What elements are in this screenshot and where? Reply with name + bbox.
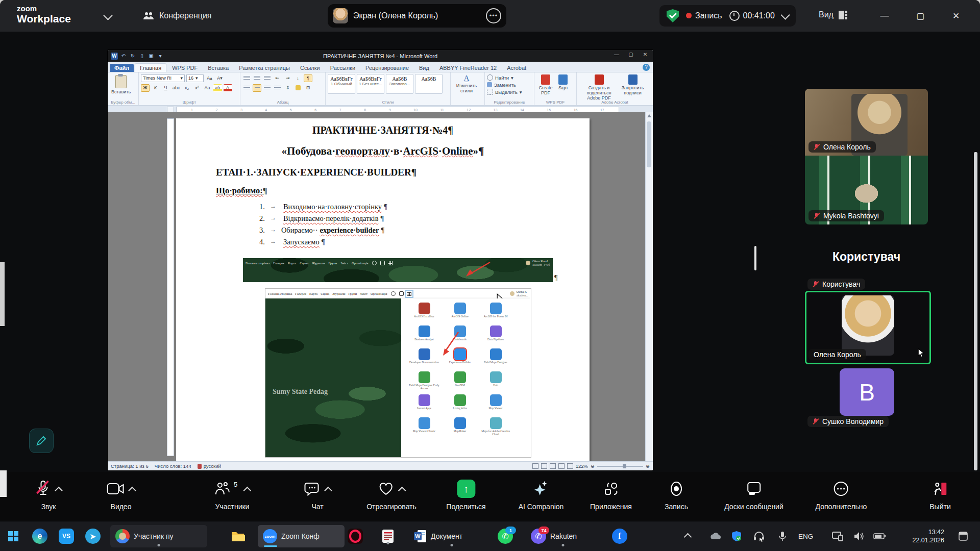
font-size-select[interactable]: 16▾ — [186, 74, 204, 82]
ribbon-tab[interactable]: WPS PDF — [167, 64, 202, 72]
more-button[interactable]: Дополнительно — [816, 478, 867, 511]
mic-tray-icon[interactable] — [775, 521, 790, 551]
font-name-select[interactable]: Times New Ri▾ — [141, 74, 185, 82]
style-card[interactable]: АаБбВвГг 1 Обычный — [328, 74, 355, 94]
facebook-button[interactable]: f — [610, 527, 629, 545]
multilevel-list-icon[interactable] — [263, 74, 272, 82]
vertical-ruler[interactable] — [167, 118, 174, 456]
zoom-out-icon[interactable]: ⊖ — [591, 463, 595, 469]
cast-tray-icon[interactable] — [830, 521, 845, 551]
meeting-info-pill[interactable]: Запись 00:41:00 — [659, 5, 796, 27]
view-fullscreen-icon[interactable] — [541, 463, 547, 469]
scroll-up-icon[interactable] — [647, 114, 651, 117]
share-screen-button[interactable]: ↑ Поделиться — [446, 478, 485, 511]
borders-icon[interactable]: ⊞ — [304, 84, 312, 92]
chat-button[interactable]: Чат — [304, 478, 331, 511]
vscode-button[interactable]: VS — [57, 527, 76, 545]
zoom-window-button[interactable]: zoom Zoom Конф — [258, 525, 345, 547]
react-button[interactable]: Отреагировать — [366, 478, 416, 511]
sort-icon[interactable]: ↓ — [293, 74, 302, 82]
video-tile-mykola[interactable]: Mykola Bashtovyi — [805, 156, 928, 224]
ribbon-tab[interactable]: Разметка страницы — [234, 64, 295, 72]
tab-more-options-icon[interactable]: ••• — [486, 8, 501, 23]
word-window[interactable]: W ↶ ↻ ▯ ▣ ▾ ПРАКТИЧНЕ ЗАНЯТТЯ №4 - Micro… — [108, 50, 653, 470]
battery-tray-icon[interactable] — [872, 521, 887, 551]
status-words[interactable]: Число слов: 144 — [155, 463, 191, 469]
select-button[interactable]: Выделить ▾ — [487, 88, 532, 95]
mute-options-chevron[interactable] — [55, 486, 63, 494]
finereader-button[interactable] — [379, 527, 397, 545]
start-button[interactable] — [4, 527, 22, 545]
edge-button[interactable]: e — [31, 527, 49, 545]
volume-tray-icon[interactable] — [851, 521, 867, 551]
apps-button[interactable]: Приложения — [590, 478, 632, 511]
view-button[interactable]: Вид — [814, 7, 853, 22]
participants-options-chevron[interactable] — [243, 486, 252, 494]
viber-window-button[interactable]: ✆ 74 Rakuten — [526, 525, 600, 547]
find-button[interactable]: Найти ▾ — [487, 74, 532, 81]
indent-icon[interactable]: ⇥ — [283, 74, 292, 82]
sign-button[interactable]: Sign — [555, 74, 571, 95]
react-options-chevron[interactable] — [398, 486, 406, 494]
status-page[interactable]: Страница: 1 из 6 — [111, 463, 149, 469]
style-card[interactable]: АаБбВ — [415, 74, 443, 94]
align-right-icon[interactable] — [263, 84, 272, 92]
video-tile-olena[interactable]: Олена Король — [805, 89, 928, 156]
leave-button[interactable]: Выйти — [929, 478, 950, 511]
explorer-button[interactable] — [229, 527, 247, 545]
ribbon-tab[interactable]: Acrobat — [502, 64, 531, 72]
ai-companion-button[interactable]: AI Companion — [519, 478, 564, 511]
replace-button[interactable]: Заменить — [487, 81, 532, 88]
workspace-chevron-icon[interactable] — [103, 11, 112, 20]
language-indicator[interactable]: ENG — [798, 521, 813, 551]
clock-tray[interactable]: 13:42 22.01.2026 — [897, 521, 944, 551]
paste-button[interactable]: Вставить — [110, 75, 132, 94]
opera-button[interactable] — [346, 527, 364, 545]
grow-font-icon[interactable]: А▴ — [205, 74, 214, 82]
highlight-color-button[interactable]: аб — [213, 84, 222, 92]
shading-icon[interactable] — [293, 84, 302, 92]
change-styles-button[interactable]: A̲ Изменить стили — [453, 74, 480, 93]
ribbon-tab[interactable]: ABBYY FineReader 12 — [435, 64, 501, 72]
mute-button[interactable]: Звук — [36, 478, 62, 511]
bullets-icon[interactable] — [242, 74, 251, 82]
avatar-sushko[interactable]: B — [840, 368, 894, 416]
strikethrough-button[interactable]: abc — [172, 84, 181, 92]
view-print-layout-icon[interactable] — [532, 463, 538, 469]
video-options-chevron[interactable] — [128, 486, 136, 494]
ribbon-tab[interactable]: Вставка — [203, 64, 233, 72]
align-left-icon[interactable] — [242, 84, 251, 92]
onedrive-icon[interactable] — [707, 521, 723, 551]
notification-center-icon[interactable] — [955, 521, 971, 551]
italic-button[interactable]: К — [151, 84, 160, 92]
security-tray-icon[interactable] — [729, 521, 744, 551]
sidebar-scrollbar[interactable] — [974, 152, 977, 470]
shrink-font-icon[interactable]: А▾ — [215, 74, 224, 82]
participants-button[interactable]: 5 Участники — [214, 478, 250, 511]
font-color-button[interactable]: А — [224, 84, 232, 92]
word-restore-icon[interactable]: ▢ — [625, 52, 636, 57]
show-marks-icon[interactable]: ¶ — [304, 74, 312, 82]
numbering-icon[interactable] — [253, 74, 261, 82]
ribbon-tab[interactable]: Вид — [414, 64, 434, 72]
zoom-slider[interactable] — [597, 466, 643, 467]
status-language[interactable]: русский — [198, 463, 221, 469]
ribbon-tab[interactable]: Рассылки — [326, 64, 360, 72]
superscript-button[interactable]: x² — [193, 84, 202, 92]
document-canvas[interactable]: ПРАКТИЧНЕ·ЗАНЯТТЯ·№4¶ «Побудова·геопорта… — [108, 112, 653, 462]
zoom-in-icon[interactable]: ⊕ — [646, 463, 650, 469]
view-web-icon[interactable] — [550, 463, 556, 469]
align-center-icon[interactable] — [253, 84, 261, 92]
ribbon-tab[interactable]: Рецензирование — [361, 64, 413, 72]
telegram-button[interactable]: ➤ — [84, 527, 102, 545]
active-speaker-tile[interactable]: Олена Король — [805, 291, 931, 364]
whiteboards-button[interactable]: Доски сообщений — [724, 478, 783, 511]
word-minimize-icon[interactable]: — — [611, 52, 622, 57]
document-page[interactable]: ПРАКТИЧНЕ·ЗАНЯТТЯ·№4¶ «Побудова·геопорта… — [176, 118, 590, 462]
subscript-button[interactable]: x₂ — [183, 84, 191, 92]
acrobat-create-button[interactable]: Создать и поделиться Adobe PDF — [583, 74, 616, 101]
word-close-icon[interactable]: ✕ — [640, 52, 651, 57]
justify-icon[interactable] — [273, 84, 282, 92]
help-icon[interactable]: ? — [643, 64, 650, 71]
scrollbar-thumb[interactable] — [647, 121, 651, 167]
